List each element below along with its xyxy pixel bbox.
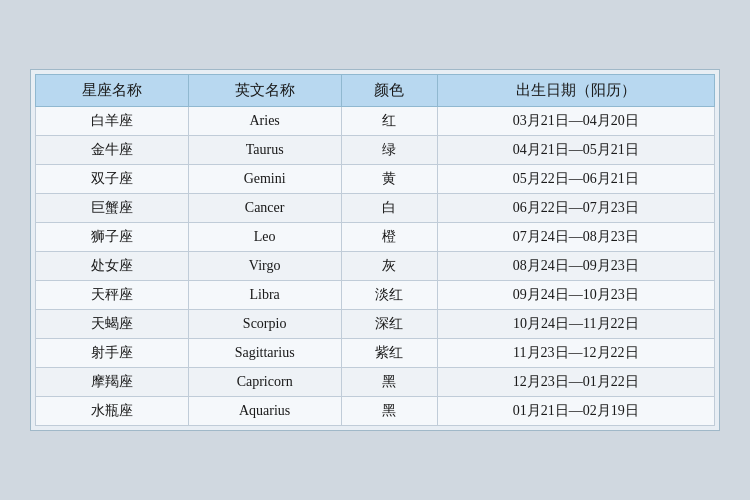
cell-english-name: Virgo: [188, 252, 341, 281]
table-header-row: 星座名称 英文名称 颜色 出生日期（阳历）: [36, 75, 715, 107]
cell-chinese-name: 处女座: [36, 252, 189, 281]
col-header-dates: 出生日期（阳历）: [437, 75, 714, 107]
table-row: 白羊座Aries红03月21日—04月20日: [36, 107, 715, 136]
cell-dates: 07月24日—08月23日: [437, 223, 714, 252]
cell-color: 黑: [341, 368, 437, 397]
col-header-color: 颜色: [341, 75, 437, 107]
cell-english-name: Libra: [188, 281, 341, 310]
cell-dates: 04月21日—05月21日: [437, 136, 714, 165]
cell-color: 红: [341, 107, 437, 136]
table-row: 狮子座Leo橙07月24日—08月23日: [36, 223, 715, 252]
cell-chinese-name: 射手座: [36, 339, 189, 368]
cell-color: 深红: [341, 310, 437, 339]
cell-color: 绿: [341, 136, 437, 165]
cell-dates: 11月23日—12月22日: [437, 339, 714, 368]
table-row: 巨蟹座Cancer白06月22日—07月23日: [36, 194, 715, 223]
cell-dates: 09月24日—10月23日: [437, 281, 714, 310]
table-body: 白羊座Aries红03月21日—04月20日金牛座Taurus绿04月21日—0…: [36, 107, 715, 426]
table-row: 双子座Gemini黄05月22日—06月21日: [36, 165, 715, 194]
table-row: 天蝎座Scorpio深红10月24日—11月22日: [36, 310, 715, 339]
cell-dates: 01月21日—02月19日: [437, 397, 714, 426]
cell-english-name: Taurus: [188, 136, 341, 165]
table-row: 水瓶座Aquarius黑01月21日—02月19日: [36, 397, 715, 426]
table-row: 金牛座Taurus绿04月21日—05月21日: [36, 136, 715, 165]
cell-color: 白: [341, 194, 437, 223]
cell-chinese-name: 天蝎座: [36, 310, 189, 339]
cell-color: 黑: [341, 397, 437, 426]
cell-dates: 12月23日—01月22日: [437, 368, 714, 397]
cell-color: 紫红: [341, 339, 437, 368]
cell-chinese-name: 金牛座: [36, 136, 189, 165]
cell-chinese-name: 巨蟹座: [36, 194, 189, 223]
col-header-english: 英文名称: [188, 75, 341, 107]
cell-color: 橙: [341, 223, 437, 252]
cell-english-name: Scorpio: [188, 310, 341, 339]
cell-chinese-name: 狮子座: [36, 223, 189, 252]
zodiac-table-container: 星座名称 英文名称 颜色 出生日期（阳历） 白羊座Aries红03月21日—04…: [30, 69, 720, 431]
cell-english-name: Capricorn: [188, 368, 341, 397]
cell-dates: 06月22日—07月23日: [437, 194, 714, 223]
cell-dates: 10月24日—11月22日: [437, 310, 714, 339]
table-row: 射手座Sagittarius紫红11月23日—12月22日: [36, 339, 715, 368]
cell-dates: 03月21日—04月20日: [437, 107, 714, 136]
cell-english-name: Leo: [188, 223, 341, 252]
cell-dates: 05月22日—06月21日: [437, 165, 714, 194]
cell-dates: 08月24日—09月23日: [437, 252, 714, 281]
cell-chinese-name: 双子座: [36, 165, 189, 194]
cell-english-name: Gemini: [188, 165, 341, 194]
cell-chinese-name: 天秤座: [36, 281, 189, 310]
cell-chinese-name: 摩羯座: [36, 368, 189, 397]
cell-english-name: Cancer: [188, 194, 341, 223]
cell-chinese-name: 白羊座: [36, 107, 189, 136]
zodiac-table: 星座名称 英文名称 颜色 出生日期（阳历） 白羊座Aries红03月21日—04…: [35, 74, 715, 426]
cell-chinese-name: 水瓶座: [36, 397, 189, 426]
cell-english-name: Sagittarius: [188, 339, 341, 368]
table-row: 摩羯座Capricorn黑12月23日—01月22日: [36, 368, 715, 397]
col-header-chinese: 星座名称: [36, 75, 189, 107]
cell-english-name: Aquarius: [188, 397, 341, 426]
cell-color: 淡红: [341, 281, 437, 310]
cell-english-name: Aries: [188, 107, 341, 136]
cell-color: 黄: [341, 165, 437, 194]
table-row: 处女座Virgo灰08月24日—09月23日: [36, 252, 715, 281]
cell-color: 灰: [341, 252, 437, 281]
table-row: 天秤座Libra淡红09月24日—10月23日: [36, 281, 715, 310]
